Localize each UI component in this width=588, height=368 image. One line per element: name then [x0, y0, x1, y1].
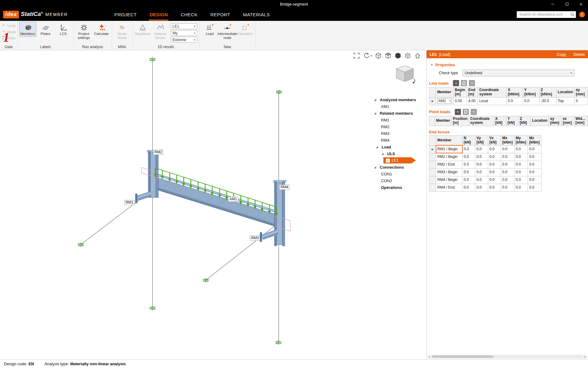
cell-member[interactable]: RM1 / Begin	[436, 145, 462, 153]
cell-ey[interactable]: 0	[575, 97, 588, 105]
tree-item-operations[interactable]: Operations	[369, 184, 424, 191]
cell-member[interactable]: AM1 ▾	[436, 97, 454, 105]
tree-item-analyzed-members[interactable]: ◢ Analyzed members	[369, 96, 424, 103]
close-button[interactable]: ×	[574, 0, 588, 8]
row-selector[interactable]	[429, 161, 436, 168]
cell-n[interactable]: 0.0	[462, 184, 475, 191]
cell-z[interactable]: -30.0	[539, 97, 556, 105]
rotate-view-control[interactable]: ▾	[363, 52, 372, 59]
3d-viewport[interactable]: RM2 RM1 AM1 RM4 RM3 ▾	[0, 50, 426, 359]
cell-vy[interactable]: 0.0	[475, 153, 488, 161]
zoom-fit-icon[interactable]	[353, 52, 360, 59]
maximize-button[interactable]	[560, 0, 574, 8]
cell-member[interactable]: RM2 / Begin	[436, 153, 462, 161]
delete-button[interactable]: Delete	[573, 52, 585, 57]
cell-begin[interactable]: 0.00	[454, 97, 467, 105]
member-label-am1[interactable]: AM1	[228, 197, 238, 202]
result-component-select[interactable]: My▾	[171, 30, 197, 36]
project-settings-button[interactable]: Project settings	[75, 22, 92, 41]
cell-mx[interactable]: 0.0	[501, 145, 514, 153]
search-input[interactable]	[517, 11, 576, 18]
collapse-icon[interactable]: ▼	[430, 63, 433, 67]
new-operation-button[interactable]: Operation	[237, 22, 254, 37]
cell-vy[interactable]: 0.0	[475, 176, 488, 184]
undo-button[interactable]: ↶ Undo	[2, 23, 16, 28]
add-line-load-button[interactable]: +	[453, 80, 459, 86]
cell-vz[interactable]: 0.0	[488, 161, 501, 168]
cell-my[interactable]: 0.0	[514, 184, 528, 191]
cell-my[interactable]: 0.0	[514, 168, 528, 176]
member-label-rm4[interactable]: RM4	[279, 185, 289, 190]
cell-vy[interactable]: 0.0	[475, 161, 488, 168]
cell-vy[interactable]: 0.0	[475, 168, 488, 176]
cell-vz[interactable]: 0.0	[488, 184, 501, 191]
expand-icon[interactable]: ◢	[374, 98, 376, 101]
tree-item-le1[interactable]: ✓ LE1	[369, 157, 424, 164]
cell-mx[interactable]: 0.0	[501, 153, 514, 161]
tree-item-uls[interactable]: ◢ ULS	[369, 150, 424, 157]
tree-item-load[interactable]: ◢ Load	[369, 144, 424, 150]
view-transparent-icon[interactable]	[405, 52, 411, 59]
cell-mz[interactable]: 0.0	[528, 176, 541, 184]
cell-vy[interactable]: 0.0	[475, 145, 488, 153]
tab-check[interactable]: CHECK	[180, 9, 198, 21]
tree-item-related-members[interactable]: ◢ Related members	[369, 110, 424, 117]
result-case-select[interactable]: LE1▾	[171, 23, 197, 29]
cell-member[interactable]: RM4 / Begin	[436, 176, 462, 184]
tab-report[interactable]: REPORT	[210, 9, 231, 21]
cell-my[interactable]: 0.0	[514, 153, 528, 161]
expand-icon[interactable]: ◢	[376, 146, 378, 148]
add-point-load-button[interactable]: +	[455, 109, 461, 115]
duplicate-line-load-button[interactable]	[461, 80, 467, 86]
copy-button[interactable]: Copy	[557, 52, 566, 57]
scrollbar-thumb[interactable]	[432, 355, 493, 358]
help-button[interactable]: i	[579, 12, 585, 17]
cell-location[interactable]: Top	[556, 97, 575, 105]
cell-mx[interactable]: 0.0	[501, 176, 514, 184]
cell-n[interactable]: 0.0	[462, 168, 475, 176]
cell-end[interactable]: 4.00	[467, 97, 478, 105]
cell-n[interactable]: 0.0	[462, 176, 475, 184]
row-selector[interactable]: ▸	[429, 145, 436, 153]
remove-point-load-button[interactable]: ×	[471, 109, 477, 115]
tab-project[interactable]: PROJECT	[114, 9, 138, 21]
tree-item-rm3[interactable]: RM3	[369, 130, 424, 137]
minimize-button[interactable]	[546, 0, 560, 8]
cell-my[interactable]: 0.0	[514, 161, 528, 168]
row-selector[interactable]	[429, 184, 436, 191]
home-view-icon[interactable]	[414, 52, 421, 59]
expand-icon[interactable]: ◢	[374, 112, 376, 115]
orientation-cube[interactable]	[393, 64, 418, 86]
member-select[interactable]: AM1 ▾	[437, 98, 452, 104]
panel-horizontal-scrollbar[interactable]: ◂ ▸	[427, 355, 587, 359]
view-wireframe-icon[interactable]	[375, 52, 382, 59]
row-selector[interactable]	[429, 153, 436, 161]
cell-mz[interactable]: 0.0	[528, 168, 541, 176]
tree-item-rm2[interactable]: RM2	[369, 123, 424, 130]
intermediate-node-button[interactable]: Intermediate node	[219, 22, 236, 41]
plates-button[interactable]: Plates	[37, 22, 54, 37]
tab-materials[interactable]: MATERIALS	[242, 9, 270, 21]
tree-item-con2[interactable]: CON2	[369, 177, 424, 184]
view-hidden-lines-icon[interactable]	[385, 52, 391, 59]
cell-vz[interactable]: 0.0	[488, 145, 501, 153]
reactions-button[interactable]: Reactions	[134, 22, 151, 37]
search-icon[interactable]	[570, 12, 575, 17]
strain-check-button[interactable]: % Strain check	[114, 22, 131, 41]
cell-vz[interactable]: 0.0	[488, 153, 501, 161]
row-selector[interactable]	[429, 176, 436, 184]
checkbox-checked-icon[interactable]: ✓	[386, 159, 390, 163]
cell-mz[interactable]: 0.0	[528, 184, 541, 191]
cell-my[interactable]: 0.0	[514, 176, 528, 184]
cell-vz[interactable]: 0.0	[488, 168, 501, 176]
expand-icon[interactable]: ◢	[382, 152, 383, 155]
cell-member[interactable]: RM2 / End	[436, 161, 462, 168]
calculate-button[interactable]: Calculate	[93, 22, 110, 37]
cell-my[interactable]: 0.0	[514, 145, 528, 153]
expand-icon[interactable]: ◢	[374, 166, 376, 169]
cell-mz[interactable]: 0.0	[528, 145, 541, 153]
scroll-left-icon[interactable]: ◂	[427, 355, 432, 358]
cell-y[interactable]: 0.0	[523, 97, 539, 105]
remove-line-load-button[interactable]: ×	[469, 80, 475, 86]
cell-vz[interactable]: 0.0	[488, 176, 501, 184]
